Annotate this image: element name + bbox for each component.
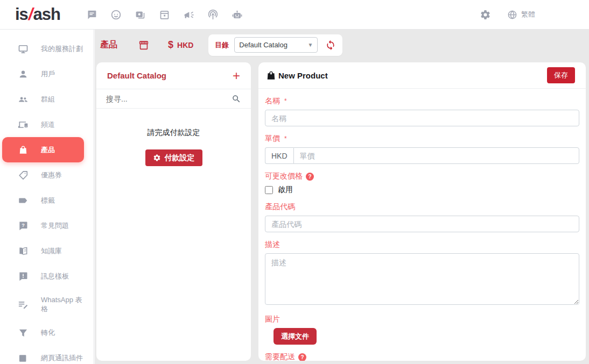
currency-code: HKD bbox=[177, 41, 193, 49]
calendar-icon[interactable] bbox=[159, 9, 170, 20]
catalog-panel: Default Catalog + 請完成付款設定 付款設定 bbox=[96, 62, 251, 361]
sidebar-item-label: 網頁通訊插件 bbox=[41, 353, 83, 362]
sidebar-item-label: 用戶 bbox=[41, 69, 55, 78]
payment-settings-button[interactable]: 付款設定 bbox=[145, 149, 202, 166]
gear-icon[interactable] bbox=[480, 9, 491, 20]
page-title: 產品 bbox=[100, 39, 117, 51]
sidebar-item-label: 訊息樣板 bbox=[41, 272, 69, 281]
description-label: 描述 bbox=[265, 240, 280, 249]
sidebar-item-label: WhatsApp 表格 bbox=[41, 295, 88, 313]
logo-text: is bbox=[15, 5, 28, 24]
main-content: 產品 $ HKD 目錄 Default Catalog ▼ Default Ca… bbox=[95, 30, 589, 364]
new-product-panel: New Product 保存 名稱* 單價* HKD bbox=[258, 62, 586, 361]
topbar: is/ash 繁體 bbox=[0, 0, 589, 30]
sidebar: 我的服務計劃 用戶 群組 頻道 產品 優惠券 標籤 bbox=[0, 30, 94, 364]
devices-icon bbox=[18, 119, 29, 130]
name-label: 名稱 bbox=[265, 96, 280, 106]
help-icon[interactable]: ? bbox=[298, 353, 306, 361]
islash-logo: is/ash bbox=[15, 5, 60, 24]
sidebar-item-label: 轉化 bbox=[41, 328, 55, 337]
new-product-title: New Product bbox=[278, 71, 328, 80]
face-icon[interactable] bbox=[110, 9, 122, 20]
catalog-panel-title: Default Catalog bbox=[107, 71, 166, 80]
book-icon bbox=[18, 246, 29, 256]
svg-text:?: ? bbox=[22, 223, 25, 228]
catalog-select-value: Default Catalog bbox=[239, 41, 288, 49]
required-mark: * bbox=[284, 135, 287, 142]
name-field-group: 名稱* bbox=[265, 96, 579, 126]
search-icon[interactable] bbox=[232, 94, 241, 104]
shopping-bag-icon bbox=[18, 145, 29, 155]
add-catalog-item-button[interactable]: + bbox=[233, 69, 240, 82]
shipping-group: 需要配送 ? 啟用 bbox=[265, 352, 579, 361]
sidebar-item-label: 我的服務計劃 bbox=[41, 44, 83, 53]
sidebar-item-label: 知識庫 bbox=[41, 246, 62, 255]
sidebar-item-label: 標籤 bbox=[41, 196, 55, 205]
person-icon bbox=[18, 69, 29, 80]
enable-label: 啟用 bbox=[278, 185, 293, 195]
sidebar-item-coupons[interactable]: 優惠券 bbox=[0, 162, 94, 188]
name-input[interactable] bbox=[265, 110, 579, 126]
image-group: 圖片 選擇文件 bbox=[265, 315, 579, 345]
sidebar-item-service-plan[interactable]: 我的服務計劃 bbox=[0, 36, 94, 61]
language-switcher[interactable]: 繁體 bbox=[507, 10, 535, 20]
payment-settings-label: 付款設定 bbox=[165, 153, 195, 163]
refresh-icon[interactable] bbox=[325, 40, 336, 51]
sidebar-item-whatsapp-forms[interactable]: WhatsApp 表格 bbox=[0, 289, 94, 320]
sidebar-item-users[interactable]: 用戶 bbox=[0, 61, 94, 87]
price-input[interactable] bbox=[293, 147, 579, 164]
description-group: 描述 bbox=[265, 240, 579, 307]
description-textarea[interactable] bbox=[265, 253, 579, 305]
topbar-nav bbox=[86, 9, 243, 20]
catalog-select[interactable]: Default Catalog ▼ bbox=[234, 37, 318, 53]
chat-icon[interactable] bbox=[86, 9, 97, 20]
help-icon[interactable]: ? bbox=[306, 173, 314, 181]
product-code-input[interactable] bbox=[265, 216, 579, 232]
currency-display[interactable]: $ HKD bbox=[168, 39, 193, 51]
price-field-group: 單價* HKD bbox=[265, 134, 579, 164]
widget-icon bbox=[18, 353, 29, 363]
language-label: 繁體 bbox=[521, 10, 535, 19]
changeable-price-group: 可更改價格 ? 啟用 bbox=[265, 172, 579, 195]
sidebar-item-label: 群組 bbox=[41, 95, 55, 104]
funnel-icon bbox=[18, 327, 29, 338]
sidebar-item-groups[interactable]: 群組 bbox=[0, 87, 94, 112]
sidebar-item-label: 常見問題 bbox=[41, 221, 69, 230]
sidebar-item-channels[interactable]: 頻道 bbox=[0, 112, 94, 137]
catalog-label: 目錄 bbox=[215, 40, 229, 50]
price-label: 單價 bbox=[265, 134, 280, 144]
chevron-down-icon: ▼ bbox=[307, 42, 313, 48]
search-input[interactable] bbox=[106, 95, 232, 103]
gear-icon bbox=[153, 154, 161, 162]
collections-icon[interactable] bbox=[135, 9, 146, 20]
sidebar-item-label: 頻道 bbox=[41, 120, 55, 129]
storefront-icon[interactable] bbox=[138, 39, 150, 51]
changeable-price-label: 可更改價格 bbox=[265, 172, 303, 181]
logo-slash: / bbox=[29, 5, 33, 24]
products-toolbar: 產品 $ HKD 目錄 Default Catalog ▼ bbox=[95, 30, 589, 60]
sidebar-item-message-templates[interactable]: 訊息樣板 bbox=[0, 263, 94, 289]
logo-text-2: ash bbox=[33, 5, 60, 24]
sidebar-item-knowledge-base[interactable]: 知識庫 bbox=[0, 238, 94, 263]
feedback-icon bbox=[18, 271, 29, 282]
robot-icon[interactable] bbox=[232, 9, 243, 20]
offer-tag-icon bbox=[18, 170, 29, 181]
save-button[interactable]: 保存 bbox=[547, 67, 575, 83]
sidebar-item-faq[interactable]: ? 常見問題 bbox=[0, 213, 94, 238]
sidebar-item-web-chat-plugin[interactable]: 網頁通訊插件 bbox=[0, 345, 94, 364]
sidebar-item-label: 產品 bbox=[41, 145, 55, 154]
globe-icon bbox=[507, 10, 517, 20]
product-code-group: 產品代碼 bbox=[265, 202, 579, 232]
broadcast-icon[interactable] bbox=[207, 9, 219, 20]
sidebar-item-products[interactable]: 產品 bbox=[2, 137, 84, 162]
changeable-price-checkbox[interactable] bbox=[265, 186, 273, 194]
monitor-icon bbox=[18, 44, 29, 54]
megaphone-icon[interactable] bbox=[183, 9, 194, 20]
sidebar-item-label: 優惠券 bbox=[41, 170, 62, 180]
sidebar-item-conversion[interactable]: 轉化 bbox=[0, 320, 94, 345]
sidebar-item-labels[interactable]: 標籤 bbox=[0, 188, 94, 213]
currency-prefix: HKD bbox=[265, 147, 293, 164]
shipping-label: 需要配送 bbox=[265, 352, 295, 361]
faq-icon: ? bbox=[18, 220, 29, 231]
choose-file-button[interactable]: 選擇文件 bbox=[274, 328, 317, 345]
